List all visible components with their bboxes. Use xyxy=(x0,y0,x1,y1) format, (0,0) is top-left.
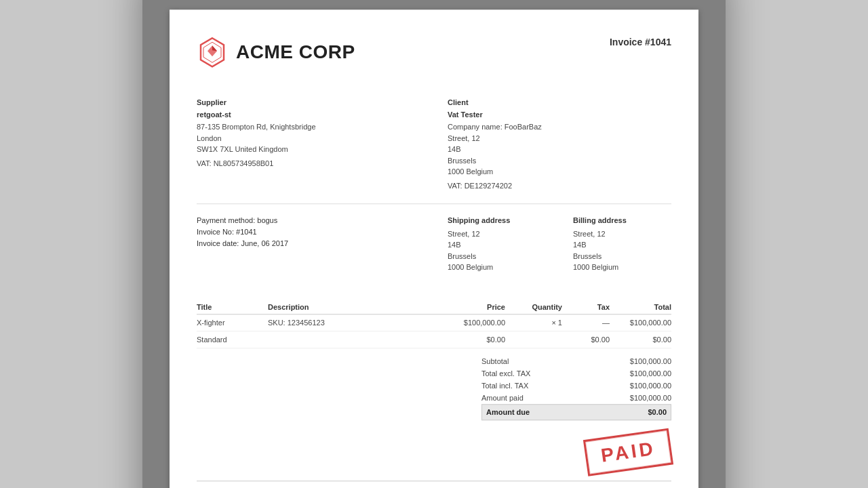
invoice-header: ACME CORP Invoice #1041 xyxy=(197,37,671,78)
billing-line4: 1000 Belgium xyxy=(573,262,671,273)
item-title: X-fighter xyxy=(197,314,268,331)
totals-table: Subtotal $100,000.00 Total excl. TAX $10… xyxy=(481,355,671,420)
item-quantity: × 1 xyxy=(505,314,562,331)
table-row: X-fighter SKU: 123456123 $100,000.00 × 1… xyxy=(197,314,671,331)
item-title: Standard xyxy=(197,331,268,348)
shipping-line3: Brussels xyxy=(448,251,546,262)
col-header-title: Title xyxy=(197,300,268,314)
item-tax: $0.00 xyxy=(562,331,610,348)
client-label: Client xyxy=(448,98,671,106)
col-header-total: Total xyxy=(610,300,671,314)
supplier-address-3: SW1X 7XL United Kingdom xyxy=(197,144,420,155)
amount-paid-label: Amount paid xyxy=(481,394,524,402)
client-address-2: 14B xyxy=(448,144,671,155)
shipping-line4: 1000 Belgium xyxy=(448,262,546,273)
shipping-col: Shipping address Street, 12 14B Brussels… xyxy=(448,216,546,273)
client-address-1: Street, 12 xyxy=(448,133,671,144)
invoice-no: Invoice No: #1041 xyxy=(197,228,420,236)
excl-tax-value: $100,000.00 xyxy=(630,369,671,378)
addr-section: Shipping address Street, 12 14B Brussels… xyxy=(448,216,671,273)
company-name: ACME CORP xyxy=(236,41,355,63)
shipping-line1: Street, 12 xyxy=(448,228,546,240)
client-vat: VAT: DE129274202 xyxy=(448,182,671,190)
paid-stamp-area: PAID xyxy=(197,434,671,470)
item-tax: — xyxy=(562,314,610,331)
item-price: $0.00 xyxy=(434,331,505,348)
app-window: retgoat-st.myshopify.com-#1041-2.pdf (1 … xyxy=(142,0,726,488)
invoice-page: ACME CORP Invoice #1041 Supplier retgoat… xyxy=(170,9,698,488)
client-name: Vat Tester xyxy=(448,110,671,119)
amount-due-value: $0.00 xyxy=(648,408,667,416)
billing-line3: Brussels xyxy=(573,251,671,262)
supplier-client-section: Supplier retgoat-st 87-135 Brompton Rd, … xyxy=(197,98,671,190)
item-total: $100,000.00 xyxy=(610,314,671,331)
item-price: $100,000.00 xyxy=(434,314,505,331)
client-address-4: 1000 Belgium xyxy=(448,166,671,178)
items-table: Title Description Price Quantity Tax Tot… xyxy=(197,300,671,348)
item-quantity xyxy=(505,331,562,348)
incl-tax-label: Total incl. TAX xyxy=(481,382,528,390)
excl-tax-label: Total excl. TAX xyxy=(481,369,530,378)
amount-paid-row: Amount paid $100,000.00 xyxy=(481,392,671,404)
paid-stamp: PAID xyxy=(583,428,673,476)
supplier-address-1: 87-135 Brompton Rd, Knightsbridge xyxy=(197,121,420,133)
payment-shipping-section: Payment method: bogus Invoice No: #1041 … xyxy=(197,216,671,287)
supplier-label: Supplier xyxy=(197,98,420,106)
subtotal-label: Subtotal xyxy=(481,357,509,365)
svg-marker-3 xyxy=(212,45,217,51)
invoice-date: Invoice date: June, 06 2017 xyxy=(197,239,420,247)
shipping-label: Shipping address xyxy=(448,216,546,224)
col-header-description: Description xyxy=(268,300,434,314)
company-logo-icon xyxy=(197,37,228,68)
payment-method: Payment method: bogus xyxy=(197,216,420,224)
pdf-viewer: ACME CORP Invoice #1041 Supplier retgoat… xyxy=(142,0,726,488)
footer-divider xyxy=(197,481,671,481)
excl-tax-row: Total excl. TAX $100,000.00 xyxy=(481,367,671,380)
billing-line1: Street, 12 xyxy=(573,228,671,240)
col-header-quantity: Quantity xyxy=(505,300,562,314)
billing-col: Billing address Street, 12 14B Brussels … xyxy=(573,216,671,273)
supplier-name: retgoat-st xyxy=(197,110,420,119)
supplier-section: Supplier retgoat-st 87-135 Brompton Rd, … xyxy=(197,98,420,190)
billing-label: Billing address xyxy=(573,216,671,224)
totals-section: Subtotal $100,000.00 Total excl. TAX $10… xyxy=(197,355,671,420)
subtotal-value: $100,000.00 xyxy=(630,357,671,365)
amount-due-label: Amount due xyxy=(486,408,530,416)
supplier-vat: VAT: NL805734958B01 xyxy=(197,159,420,167)
client-company: Company name: FooBarBaz xyxy=(448,121,671,133)
item-description xyxy=(268,331,434,348)
table-row: Standard $0.00 $0.00 $0.00 xyxy=(197,331,671,348)
client-section: Client Vat Tester Company name: FooBarBa… xyxy=(448,98,671,190)
shipping-line2: 14B xyxy=(448,239,546,251)
addresses-section: Shipping address Street, 12 14B Brussels… xyxy=(448,216,671,287)
incl-tax-row: Total incl. TAX $100,000.00 xyxy=(481,380,671,392)
item-total: $0.00 xyxy=(610,331,671,348)
amount-paid-value: $100,000.00 xyxy=(630,394,671,402)
incl-tax-value: $100,000.00 xyxy=(630,382,671,390)
col-header-price: Price xyxy=(434,300,505,314)
subtotal-row: Subtotal $100,000.00 xyxy=(481,355,671,367)
logo-area: ACME CORP xyxy=(197,37,355,68)
supplier-address-2: London xyxy=(197,133,420,144)
item-description: SKU: 123456123 xyxy=(268,314,434,331)
payment-section: Payment method: bogus Invoice No: #1041 … xyxy=(197,216,420,287)
client-address-3: Brussels xyxy=(448,155,671,167)
col-header-tax: Tax xyxy=(562,300,610,314)
divider-1 xyxy=(197,203,671,204)
invoice-number: Invoice #1041 xyxy=(610,37,671,47)
amount-due-row: Amount due $0.00 xyxy=(481,404,671,420)
billing-line2: 14B xyxy=(573,239,671,251)
